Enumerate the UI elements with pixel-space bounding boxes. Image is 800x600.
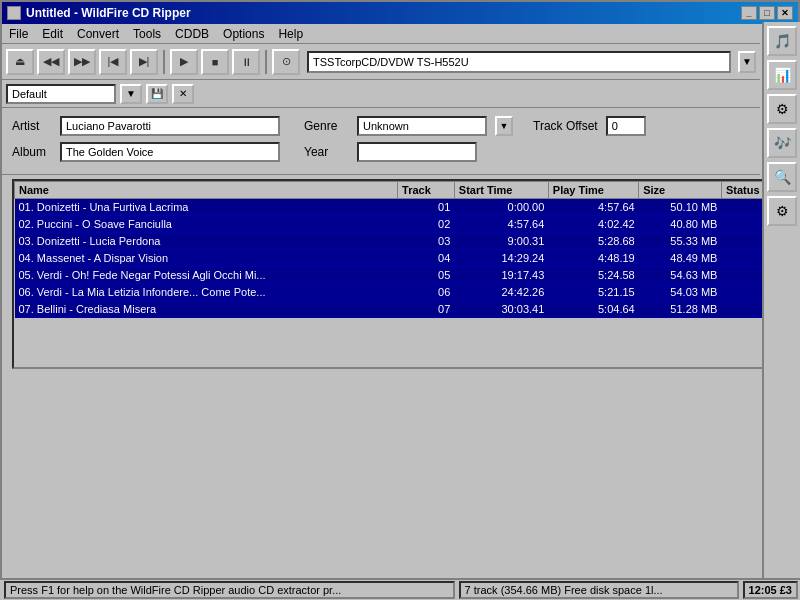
profile-delete-button[interactable]: ✕ (172, 84, 194, 104)
table-row[interactable]: 02. Puccini - O Soave Fanciulla024:57.64… (15, 216, 786, 233)
status-left-text: Press F1 for help on the WildFire CD Rip… (10, 584, 341, 596)
album-input[interactable] (60, 142, 280, 162)
fields-section: Artist Genre ▼ Track Offset Album Year (2, 108, 760, 175)
toolbar: ⏏ ◀◀ ▶▶ |◀ ▶| ▶ ■ ⏸ ⊙ TSSTcorpCD/DVDW TS… (2, 44, 760, 80)
menu-edit[interactable]: Edit (39, 27, 66, 41)
status-time: 12:05 £3 (743, 581, 798, 599)
pause-button[interactable]: ⏸ (232, 49, 260, 75)
next-track-button[interactable]: ▶▶ (68, 49, 96, 75)
menu-cddb[interactable]: CDDB (172, 27, 212, 41)
status-time-text: 12:05 £3 (749, 584, 792, 596)
minimize-button[interactable]: _ (741, 6, 757, 20)
right-toolbar: 🎵 📊 ⚙ 🎶 🔍 ⚙ (762, 22, 800, 578)
menu-bar: File Edit Convert Tools CDDB Options Hel… (2, 24, 760, 44)
right-btn-6[interactable]: ⚙ (767, 196, 797, 226)
genre-input[interactable] (357, 116, 487, 136)
title-icon (7, 6, 21, 20)
col-start-time: Start Time (454, 182, 548, 199)
profile-select[interactable] (6, 84, 116, 104)
toolbar-sep2 (265, 50, 267, 74)
year-input[interactable] (357, 142, 477, 162)
menu-help[interactable]: Help (275, 27, 306, 41)
col-name: Name (15, 182, 398, 199)
drive-name: TSSTcorpCD/DVDW TS-H552U (313, 56, 469, 68)
toolbar-sep1 (163, 50, 165, 74)
close-button[interactable]: ✕ (777, 6, 793, 20)
status-right: 7 track (354.66 MB) Free disk space 1l..… (459, 581, 739, 599)
next-button[interactable]: ▶| (130, 49, 158, 75)
maximize-button[interactable]: □ (759, 6, 775, 20)
album-row: Album Year (12, 142, 750, 162)
table-row[interactable]: 06. Verdi - La Mia Letizia Infondere... … (15, 284, 786, 301)
profile-save-button[interactable]: 💾 (146, 84, 168, 104)
artist-input[interactable] (60, 116, 280, 136)
right-btn-1[interactable]: 🎵 (767, 26, 797, 56)
menu-file[interactable]: File (6, 27, 31, 41)
eject-button[interactable]: ⏏ (6, 49, 34, 75)
profile-dropdown-button[interactable]: ▼ (120, 84, 142, 104)
rip-button[interactable]: ⊙ (272, 49, 300, 75)
menu-options[interactable]: Options (220, 27, 267, 41)
profile-bar: ▼ 💾 ✕ (2, 80, 760, 108)
artist-label: Artist (12, 119, 52, 133)
prev-track-button[interactable]: ◀◀ (37, 49, 65, 75)
menu-tools[interactable]: Tools (130, 27, 164, 41)
right-btn-3[interactable]: ⚙ (767, 94, 797, 124)
year-label: Year (304, 145, 349, 159)
window-title: Untitled - WildFire CD Ripper (26, 6, 191, 20)
drive-select-button[interactable]: ▼ (738, 51, 756, 73)
track-offset-label: Track Offset (533, 119, 598, 133)
table-row[interactable]: 01. Donizetti - Una Furtiva Lacrima010:0… (15, 199, 786, 216)
prev-button[interactable]: |◀ (99, 49, 127, 75)
right-btn-2[interactable]: 📊 (767, 60, 797, 90)
track-table: Name Track Start Time Play Time Size Sta… (14, 181, 786, 318)
play-button[interactable]: ▶ (170, 49, 198, 75)
table-row[interactable]: 04. Massenet - A Dispar Vision0414:29.24… (15, 250, 786, 267)
table-row[interactable]: 07. Bellini - Crediasa Misera0730:03.415… (15, 301, 786, 318)
table-row[interactable]: 05. Verdi - Oh! Fede Negar Potessi Agli … (15, 267, 786, 284)
status-bar: Press F1 for help on the WildFire CD Rip… (0, 578, 800, 600)
track-table-container[interactable]: Name Track Start Time Play Time Size Sta… (12, 179, 788, 369)
genre-dropdown-button[interactable]: ▼ (495, 116, 513, 136)
status-left: Press F1 for help on the WildFire CD Rip… (4, 581, 455, 599)
title-bar: Untitled - WildFire CD Ripper _ □ ✕ (2, 2, 798, 24)
table-row[interactable]: 03. Donizetti - Lucia Perdona039:00.315:… (15, 233, 786, 250)
right-btn-5[interactable]: 🔍 (767, 162, 797, 192)
col-track: Track (398, 182, 455, 199)
drive-display: TSSTcorpCD/DVDW TS-H552U (307, 51, 731, 73)
menu-convert[interactable]: Convert (74, 27, 122, 41)
artist-row: Artist Genre ▼ Track Offset (12, 116, 750, 136)
stop-button[interactable]: ■ (201, 49, 229, 75)
right-btn-4[interactable]: 🎶 (767, 128, 797, 158)
status-right-text: 7 track (354.66 MB) Free disk space 1l..… (465, 584, 663, 596)
genre-label: Genre (304, 119, 349, 133)
col-size: Size (639, 182, 722, 199)
table-header-row: Name Track Start Time Play Time Size Sta… (15, 182, 786, 199)
col-play-time: Play Time (548, 182, 638, 199)
track-offset-input[interactable] (606, 116, 646, 136)
album-label: Album (12, 145, 52, 159)
